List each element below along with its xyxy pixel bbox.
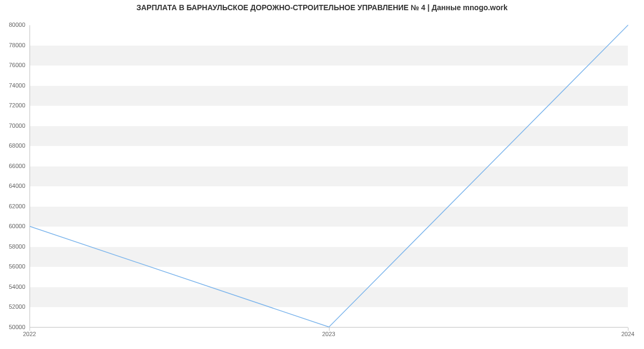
y-tick-label: 74000 [0,82,25,89]
line-layer [30,25,628,327]
x-tick-label: 2022 [19,331,40,337]
series-line [30,25,628,327]
y-tick-label: 58000 [0,243,25,250]
y-tick-label: 50000 [0,324,25,330]
y-tick-label: 72000 [0,102,25,108]
x-tick-label: 2023 [318,331,340,337]
y-tick-label: 54000 [0,283,25,290]
y-tick-label: 52000 [0,303,25,310]
y-tick-label: 62000 [0,203,25,209]
x-tick-label: 2024 [617,331,639,337]
chart-container: ЗАРПЛАТА В БАРНАУЛЬСКОЕ ДОРОЖНО-СТРОИТЕЛ… [0,0,644,349]
y-tick-label: 70000 [0,122,25,129]
y-tick-label: 68000 [0,142,25,149]
y-tick-label: 76000 [0,62,25,68]
y-tick-label: 80000 [0,21,25,28]
plot-area [30,25,628,328]
y-tick-label: 66000 [0,163,25,169]
chart-title: ЗАРПЛАТА В БАРНАУЛЬСКОЕ ДОРОЖНО-СТРОИТЕЛ… [0,3,644,12]
y-tick-label: 56000 [0,263,25,270]
y-tick-label: 60000 [0,223,25,229]
y-tick-label: 78000 [0,42,25,48]
y-tick-label: 64000 [0,183,25,189]
